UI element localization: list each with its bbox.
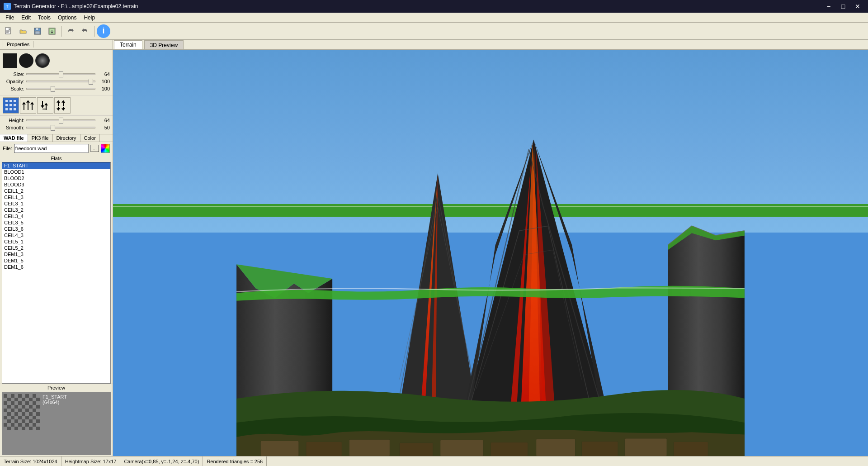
menubar: File Edit Tools Options Help [0, 13, 868, 23]
size-value: 64 [97, 71, 110, 77]
scale-thumb[interactable] [51, 86, 55, 92]
status-triangles: Rendered triangles = 256 [203, 456, 267, 466]
smooth-label: Smooth: [3, 125, 24, 130]
smooth-slider[interactable] [26, 127, 95, 128]
height-smooth-sliders: Height: 64 Smooth: 50 [0, 115, 113, 134]
scale-slider[interactable] [26, 88, 95, 90]
flat-item[interactable]: DEM1_6 [2, 264, 110, 270]
scale-value: 100 [97, 86, 110, 91]
preview-texture-name: F1_START [42, 394, 67, 399]
svg-rect-36 [536, 439, 576, 456]
save-button[interactable] [31, 24, 44, 38]
flat-item[interactable]: DEM1_3 [2, 251, 110, 257]
svg-rect-34 [440, 440, 483, 456]
svg-rect-13 [14, 100, 16, 102]
status-terrain-size: Terrain Size: 1024x1024 [0, 456, 61, 466]
flat-item[interactable]: F1_START [2, 162, 110, 169]
open-button[interactable] [16, 24, 30, 38]
svg-rect-11 [5, 100, 8, 102]
height-thumb[interactable] [59, 118, 63, 124]
color-picker-button[interactable] [101, 144, 110, 153]
tab-3d-preview[interactable]: 3D Preview [144, 40, 184, 49]
opacity-label: Opacity: [3, 79, 24, 84]
smooth-slider-row: Smooth: 50 [3, 125, 110, 130]
opacity-thumb[interactable] [89, 79, 93, 85]
titlebar-controls[interactable]: − □ ✕ [822, 1, 864, 11]
properties-tab-button[interactable]: Properties [3, 41, 33, 48]
tool-scatter[interactable] [3, 97, 19, 114]
flat-item[interactable]: CEIL5_1 [2, 238, 110, 245]
opacity-slider[interactable] [26, 81, 95, 82]
svg-rect-4 [20, 31, 26, 33]
statusbar: Terrain Size: 1024x1024 Heightmap Size: … [0, 456, 868, 466]
menu-help[interactable]: Help [80, 14, 99, 22]
menu-options[interactable]: Options [54, 14, 80, 22]
new-button[interactable] [2, 24, 15, 38]
flat-item[interactable]: CEIL3_4 [2, 213, 110, 219]
tool-raise[interactable] [20, 97, 36, 114]
close-button[interactable]: ✕ [851, 1, 864, 11]
file-input[interactable] [14, 144, 89, 153]
tab-pk3-file[interactable]: PK3 file [28, 134, 53, 142]
flat-item[interactable]: CEIL5_2 [2, 245, 110, 251]
flat-item[interactable]: DEM1_5 [2, 257, 110, 264]
minimize-button[interactable]: − [822, 1, 835, 11]
height-slider[interactable] [26, 119, 95, 121]
size-slider-row: Size: 64 [3, 71, 110, 77]
brush-square[interactable] [3, 53, 17, 68]
menu-edit[interactable]: Edit [18, 14, 34, 22]
flat-item[interactable]: CEIL3_5 [2, 219, 110, 226]
redo-button[interactable] [78, 24, 92, 38]
status-camera: Camera(x=0,85, y=-1,24, z=-4,70) [120, 456, 203, 466]
svg-rect-33 [400, 442, 433, 456]
viewport[interactable] [113, 50, 868, 456]
undo-button[interactable] [64, 24, 77, 38]
file-label: File: [3, 146, 12, 151]
svg-rect-39 [674, 442, 708, 456]
left-panel: Properties Size: 64 Opaci [0, 40, 113, 456]
flat-item[interactable]: CEIL1_2 [2, 188, 110, 194]
maximize-button[interactable]: □ [836, 1, 850, 11]
svg-rect-18 [9, 108, 12, 110]
tool-smooth[interactable] [37, 97, 53, 114]
tab-wad-file[interactable]: WAD file [0, 134, 28, 142]
terrain-svg [113, 111, 868, 456]
flat-item[interactable]: CEIL3_2 [2, 207, 110, 213]
height-value: 64 [97, 118, 110, 123]
flat-item[interactable]: CEIL3_6 [2, 226, 110, 232]
tab-directory[interactable]: Directory [53, 134, 80, 142]
tools-grid [3, 97, 110, 114]
svg-rect-16 [14, 104, 16, 106]
scale-slider-row: Scale: 100 [3, 86, 110, 91]
app-icon: T [4, 3, 11, 10]
info-button[interactable]: i [97, 24, 110, 38]
flat-item[interactable]: BLOOD1 [2, 169, 110, 175]
toolbar: i [0, 23, 868, 40]
preview-section: Preview F1_START (64x64) [0, 384, 113, 456]
browse-button[interactable]: ... [90, 145, 99, 152]
brush-circle[interactable] [19, 53, 33, 68]
flat-item[interactable]: CEIL3_1 [2, 200, 110, 207]
smooth-thumb[interactable] [51, 125, 55, 131]
titlebar-title: Terrain Generator - F:\...ample02\Exampl… [14, 3, 138, 10]
flat-item[interactable]: CEIL1_3 [2, 194, 110, 200]
menu-file[interactable]: File [2, 14, 18, 22]
svg-rect-17 [5, 108, 8, 110]
opacity-slider-row: Opacity: 100 [3, 79, 110, 84]
size-slider[interactable] [26, 73, 95, 75]
brush-soft-circle[interactable] [35, 53, 50, 68]
menu-tools[interactable]: Tools [34, 14, 54, 22]
file-row: File: ... [0, 142, 113, 155]
tool-flatten[interactable] [54, 97, 71, 114]
export-button[interactable] [45, 24, 59, 38]
flat-item[interactable]: BLOOD3 [2, 181, 110, 188]
svg-rect-38 [625, 438, 667, 456]
terrain-scene [113, 50, 868, 456]
flat-item[interactable]: BLOOD2 [2, 175, 110, 181]
height-label: Height: [3, 118, 24, 123]
size-thumb[interactable] [59, 71, 63, 77]
tab-color[interactable]: Color [80, 134, 100, 142]
flats-list[interactable]: F1_STARTBLOOD1BLOOD2BLOOD3CEIL1_2CEIL1_3… [2, 162, 111, 384]
flat-item[interactable]: CEIL4_3 [2, 232, 110, 238]
tab-terrain[interactable]: Terrain [114, 40, 142, 49]
